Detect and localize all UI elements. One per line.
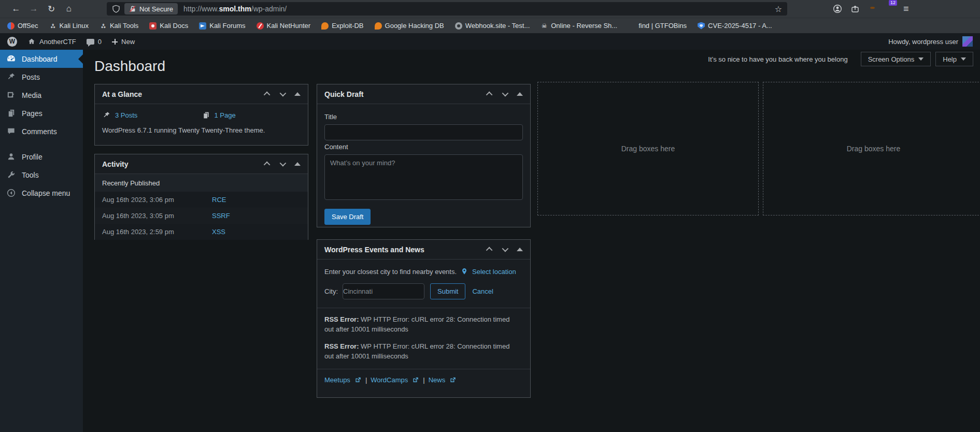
rss-error-message: RSS Error: WP HTTP Error: cURL error 28:… [324, 315, 511, 335]
bookmark-kali-linux[interactable]: ஃKali Linux [49, 22, 89, 30]
bookmark-google-hacking-db[interactable]: Google Hacking DB [375, 22, 444, 30]
move-down-icon[interactable] [280, 90, 287, 97]
toggle-panel-icon[interactable] [517, 92, 523, 96]
toolbar-right-icons: 12 ≡ [833, 4, 909, 15]
forward-icon[interactable]: → [25, 4, 42, 14]
url-bar[interactable]: Not Secure http://www.smol.thm/wp-admin/… [107, 2, 787, 16]
move-up-icon[interactable] [264, 92, 271, 98]
wordpress-logo-icon: W [7, 37, 17, 47]
pushpin-icon [102, 111, 111, 120]
select-location-link[interactable]: Select location [472, 268, 516, 276]
meetups-link[interactable]: Meetups [324, 376, 350, 384]
sidebar-item-dashboard[interactable]: Dashboard [0, 50, 83, 68]
bookmark-gtfobins[interactable]: find | GTFOBins [628, 22, 687, 30]
move-up-icon[interactable] [264, 162, 271, 168]
sidebar-item-pages[interactable]: Pages [0, 104, 83, 122]
widget-drop-zone[interactable]: Drag boxes here [763, 82, 980, 215]
url-path: /wp-admin/ [251, 5, 287, 13]
move-down-icon[interactable] [502, 90, 509, 97]
content-label: Content [324, 143, 523, 151]
submit-button[interactable]: Submit [430, 283, 465, 299]
bookmark-label: Google Hacking DB [385, 22, 444, 30]
bookmark-kali-docs[interactable]: Kali Docs [149, 22, 188, 30]
sidebar-item-collapse-menu[interactable]: Collapse menu [0, 184, 83, 202]
pushpin-icon [6, 72, 16, 82]
bookmark-reverse-shell[interactable]: ☠Online - Reverse Sh... [541, 22, 617, 30]
post-link[interactable]: RCE [212, 196, 226, 204]
hacktools-extension-icon[interactable] [868, 4, 877, 13]
bookmark-star-icon[interactable]: ☆ [775, 4, 782, 14]
bookmark-kali-forums[interactable]: Kali Forums [199, 22, 245, 30]
privacy-extension-icon[interactable]: 12 [886, 4, 895, 13]
widget-header[interactable]: WordPress Events and News [317, 240, 530, 260]
move-down-icon[interactable] [280, 160, 287, 167]
site-name-menu[interactable]: AnotherCTF [27, 37, 76, 46]
screen-options-button[interactable]: Screen Options [861, 52, 931, 66]
bookmark-kali-nethunter[interactable]: Kali NetHunter [257, 22, 311, 30]
help-button[interactable]: Help [935, 52, 973, 66]
toggle-panel-icon[interactable] [294, 162, 301, 166]
widget-drop-zone[interactable]: Drag boxes here [537, 82, 759, 215]
toggle-panel-icon[interactable] [294, 92, 301, 96]
kali-nethunter-icon [257, 22, 264, 30]
move-up-icon[interactable] [486, 247, 493, 254]
wp-logo-menu[interactable]: W [7, 37, 17, 47]
comments-menu[interactable]: 0 [87, 38, 102, 46]
city-input[interactable] [343, 283, 424, 299]
location-pin-icon [460, 267, 468, 276]
wordcamps-link[interactable]: WordCamps [371, 376, 408, 384]
home-icon[interactable]: ⌂ [60, 4, 78, 14]
post-link[interactable]: SSRF [212, 212, 230, 220]
reload-icon[interactable]: ↻ [42, 4, 60, 15]
sidebar-item-profile[interactable]: Profile [0, 148, 83, 166]
toggle-panel-icon[interactable] [517, 248, 523, 251]
pages-count-item: 1 Page [202, 111, 301, 120]
share-icon[interactable] [850, 4, 860, 13]
home-icon [27, 37, 36, 46]
wordpress-version-text: WordPress 6.7.1 running Twenty Twenty-Th… [95, 120, 308, 141]
sidebar-item-media[interactable]: Media [0, 86, 83, 104]
widget-header[interactable]: Quick Draft [317, 84, 530, 104]
draft-content-textarea[interactable] [324, 154, 523, 200]
page-icon [202, 111, 210, 120]
cancel-link[interactable]: Cancel [472, 287, 493, 295]
bookmark-kali-tools[interactable]: ஃKali Tools [100, 22, 138, 30]
glance-counts: 3 Posts 1 Page [95, 104, 308, 120]
account-icon[interactable] [833, 4, 842, 13]
kali-forums-icon [199, 22, 206, 30]
widget-header[interactable]: Activity [95, 154, 308, 174]
new-label: New [121, 38, 135, 46]
bookmark-label: Kali NetHunter [267, 22, 311, 30]
posts-count-link[interactable]: 3 Posts [115, 111, 137, 119]
bookmark-exploit-db[interactable]: Exploit-DB [321, 22, 363, 30]
back-icon[interactable]: ← [7, 4, 25, 14]
hamburger-menu-icon[interactable]: ≡ [903, 4, 909, 15]
sidebar-item-posts[interactable]: Posts [0, 68, 83, 86]
city-label: City: [324, 287, 338, 295]
pages-count-link[interactable]: 1 Page [215, 111, 236, 119]
sidebar-label: Media [22, 91, 41, 99]
url-text[interactable]: http://www.smol.thm/wp-admin/ [183, 5, 287, 13]
bookmark-offsec[interactable]: OffSec [7, 22, 38, 30]
google-hacking-db-icon [375, 22, 382, 30]
not-secure-chip[interactable]: Not Secure [124, 3, 178, 15]
save-draft-button[interactable]: Save Draft [324, 209, 371, 225]
bookmark-cve[interactable]: CVE-2025-4517 - A... [698, 22, 772, 30]
widget-title: Quick Draft [324, 90, 363, 98]
move-down-icon[interactable] [502, 246, 509, 252]
events-intro: Enter your closest city to find nearby e… [324, 267, 523, 276]
bookmark-webhook-site[interactable]: Webhook.site - Test... [455, 22, 530, 30]
separator: | [423, 376, 424, 384]
post-link[interactable]: XSS [212, 228, 225, 236]
news-link[interactable]: News [429, 376, 446, 384]
move-up-icon[interactable] [486, 92, 493, 98]
activity-row: Aug 16th 2023, 3:05 pm SSRF [95, 208, 308, 224]
url-domain: smol.thm [219, 5, 251, 13]
draft-title-input[interactable] [324, 124, 523, 140]
my-account-menu[interactable]: Howdy, wordpress user [888, 36, 973, 47]
widget-header[interactable]: At a Glance [95, 84, 308, 104]
sidebar-item-tools[interactable]: Tools [0, 166, 83, 184]
new-content-menu[interactable]: New [112, 38, 135, 46]
sidebar-item-comments[interactable]: Comments [0, 122, 83, 140]
tracking-shield-icon[interactable] [112, 5, 120, 13]
